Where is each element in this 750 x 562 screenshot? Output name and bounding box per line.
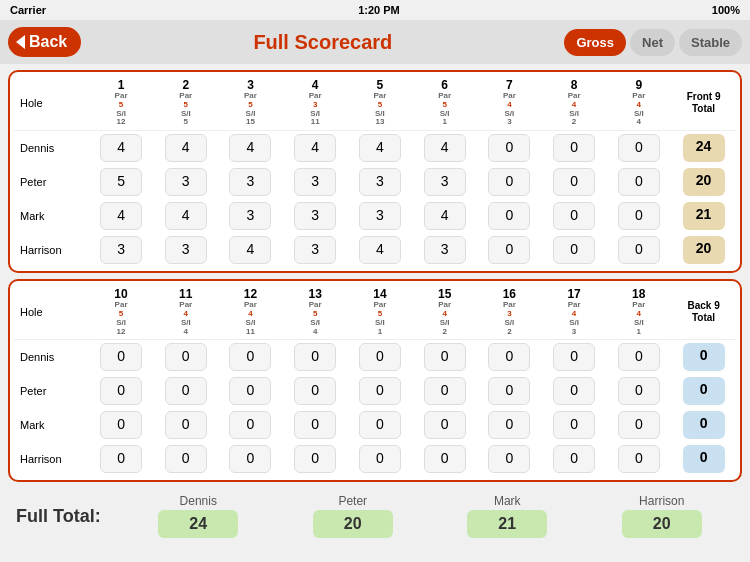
score-cell[interactable]: 4 <box>412 199 477 233</box>
score-cell[interactable]: 3 <box>283 233 348 267</box>
net-button[interactable]: Net <box>630 29 675 56</box>
status-bar: Carrier 1:20 PM 100% <box>0 0 750 20</box>
score-cell[interactable]: 3 <box>153 165 218 199</box>
front9-player-row: Mark44333400021 <box>14 199 736 233</box>
front9-section: Hole 1 Par5S/I12 2 Par5S/I5 3 Par5S/I15 <box>8 70 742 273</box>
score-cell[interactable]: 0 <box>542 233 607 267</box>
score-cell-back[interactable]: 0 <box>283 442 348 476</box>
score-cell-back[interactable]: 0 <box>89 340 154 375</box>
score-cell[interactable]: 0 <box>477 233 542 267</box>
score-cell[interactable]: 3 <box>412 233 477 267</box>
hole-8-header: 8 Par4S/I2 <box>542 76 607 131</box>
score-cell-back[interactable]: 0 <box>542 340 607 375</box>
score-cell-back[interactable]: 0 <box>89 408 154 442</box>
gross-button[interactable]: Gross <box>564 29 626 56</box>
full-total-section: Full Total: Dennis 24 Peter 20 Mark 21 H… <box>8 488 742 542</box>
front9-total-cell: 21 <box>671 199 736 233</box>
score-cell-back[interactable]: 0 <box>153 374 218 408</box>
score-cell-back[interactable]: 0 <box>412 408 477 442</box>
score-cell[interactable]: 0 <box>606 233 671 267</box>
full-total-player-score: 21 <box>467 510 547 538</box>
score-cell-back[interactable]: 0 <box>348 442 413 476</box>
score-cell-back[interactable]: 0 <box>283 340 348 375</box>
score-cell[interactable]: 3 <box>218 199 283 233</box>
score-cell-back[interactable]: 0 <box>606 408 671 442</box>
score-cell[interactable]: 4 <box>412 131 477 166</box>
back9-player-row: Harrison0000000000 <box>14 442 736 476</box>
player-name-front9: Dennis <box>14 131 89 166</box>
score-cell[interactable]: 0 <box>542 131 607 166</box>
score-cell-back[interactable]: 0 <box>477 340 542 375</box>
score-cell[interactable]: 0 <box>477 165 542 199</box>
stable-button[interactable]: Stable <box>679 29 742 56</box>
score-cell-back[interactable]: 0 <box>283 374 348 408</box>
score-cell-back[interactable]: 0 <box>477 442 542 476</box>
score-cell-back[interactable]: 0 <box>412 374 477 408</box>
score-cell[interactable]: 3 <box>348 165 413 199</box>
score-cell[interactable]: 0 <box>606 131 671 166</box>
score-cell-back[interactable]: 0 <box>542 374 607 408</box>
score-cell-back[interactable]: 0 <box>348 408 413 442</box>
score-cell[interactable]: 3 <box>283 199 348 233</box>
score-cell-back[interactable]: 0 <box>348 374 413 408</box>
score-cell[interactable]: 4 <box>153 131 218 166</box>
front9-header-row: Hole 1 Par5S/I12 2 Par5S/I5 3 Par5S/I15 <box>14 76 736 131</box>
score-cell-back[interactable]: 0 <box>89 374 154 408</box>
score-cell-back[interactable]: 0 <box>606 374 671 408</box>
score-cell[interactable]: 0 <box>606 165 671 199</box>
score-cell[interactable]: 0 <box>542 199 607 233</box>
score-cell[interactable]: 0 <box>606 199 671 233</box>
hole-15-header: 15 Par4S/I2 <box>412 285 477 340</box>
hole-6-header: 6 Par5S/I1 <box>412 76 477 131</box>
back9-player-row: Peter0000000000 <box>14 374 736 408</box>
score-cell[interactable]: 3 <box>412 165 477 199</box>
score-cell[interactable]: 4 <box>218 233 283 267</box>
score-cell-back[interactable]: 0 <box>218 374 283 408</box>
full-total-label: Full Total: <box>16 506 116 527</box>
score-cell-back[interactable]: 0 <box>218 340 283 375</box>
page-title: Full Scorecard <box>81 31 564 54</box>
score-cell-back[interactable]: 0 <box>477 408 542 442</box>
score-cell-back[interactable]: 0 <box>542 442 607 476</box>
score-cell[interactable]: 4 <box>218 131 283 166</box>
hole-17-header: 17 Par4S/I3 <box>542 285 607 340</box>
full-total-player-name: Dennis <box>180 494 217 508</box>
hole-5-header: 5 Par5S/I13 <box>348 76 413 131</box>
score-cell[interactable]: 3 <box>218 165 283 199</box>
carrier-label: Carrier <box>10 4 46 16</box>
score-cell[interactable]: 4 <box>348 233 413 267</box>
score-cell[interactable]: 0 <box>477 199 542 233</box>
score-cell[interactable]: 4 <box>153 199 218 233</box>
score-cell-back[interactable]: 0 <box>606 442 671 476</box>
score-cell-back[interactable]: 0 <box>477 374 542 408</box>
front9-body: Dennis44444400024Peter53333300020Mark443… <box>14 131 736 268</box>
score-cell[interactable]: 0 <box>542 165 607 199</box>
full-total-player: Peter 20 <box>313 494 393 538</box>
score-cell[interactable]: 4 <box>89 131 154 166</box>
score-cell-back[interactable]: 0 <box>153 408 218 442</box>
score-cell[interactable]: 3 <box>348 199 413 233</box>
score-cell-back[interactable]: 0 <box>153 340 218 375</box>
score-cell-back[interactable]: 0 <box>218 442 283 476</box>
hole-2-header: 2 Par5S/I5 <box>153 76 218 131</box>
score-cell-back[interactable]: 0 <box>412 340 477 375</box>
score-cell[interactable]: 3 <box>89 233 154 267</box>
score-cell-back[interactable]: 0 <box>218 408 283 442</box>
back-button[interactable]: Back <box>8 27 81 57</box>
score-cell[interactable]: 3 <box>153 233 218 267</box>
score-cell[interactable]: 0 <box>477 131 542 166</box>
full-total-player-score: 20 <box>313 510 393 538</box>
score-cell-back[interactable]: 0 <box>283 408 348 442</box>
score-cell[interactable]: 4 <box>89 199 154 233</box>
back-arrow-icon <box>16 35 25 49</box>
score-cell[interactable]: 3 <box>283 165 348 199</box>
score-cell-back[interactable]: 0 <box>348 340 413 375</box>
score-cell[interactable]: 4 <box>283 131 348 166</box>
score-cell-back[interactable]: 0 <box>153 442 218 476</box>
score-cell-back[interactable]: 0 <box>606 340 671 375</box>
score-cell[interactable]: 5 <box>89 165 154 199</box>
score-cell-back[interactable]: 0 <box>412 442 477 476</box>
score-cell-back[interactable]: 0 <box>542 408 607 442</box>
score-cell-back[interactable]: 0 <box>89 442 154 476</box>
score-cell[interactable]: 4 <box>348 131 413 166</box>
